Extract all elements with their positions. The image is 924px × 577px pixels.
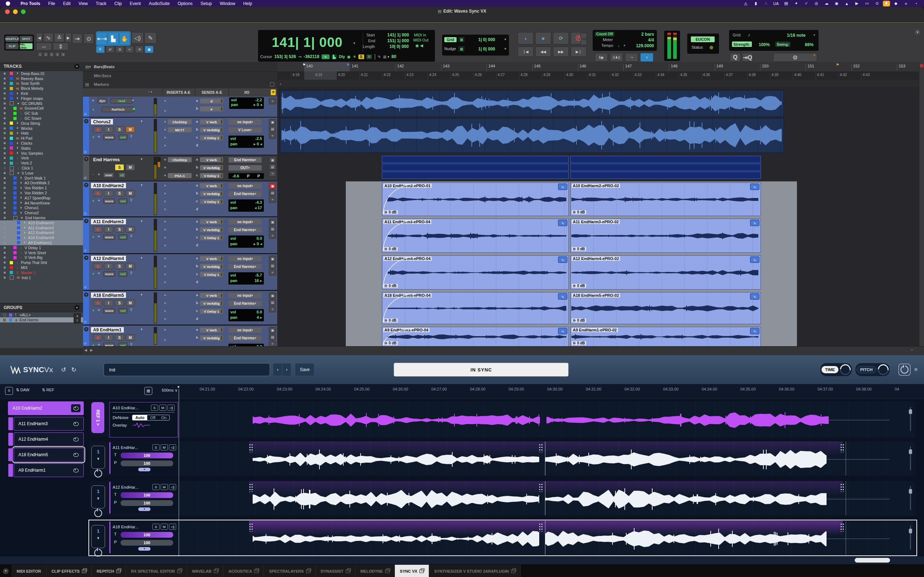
window-tab-acoustica[interactable]: ACOUSTICA (223, 565, 264, 577)
track-list-item[interactable]: ⏵Don't Walk 1 (0, 176, 83, 181)
segment-grip-handle[interactable] (839, 443, 845, 453)
input-selector-chip[interactable]: no input ▾ (228, 219, 262, 225)
playlist-chip[interactable]: red (118, 343, 128, 346)
elastic-audio-badge[interactable]: ∿ (750, 293, 759, 300)
time-machine-icon[interactable]: ✓ (802, 1, 811, 6)
insert-slot-dot[interactable] (164, 167, 166, 168)
track-list-item[interactable]: ⏵A18 EndHarm5 (0, 235, 83, 240)
scroll-left-icon[interactable]: ◀ (84, 348, 87, 352)
input-selector-chip[interactable]: no input ▾ (228, 119, 262, 125)
track-show-dot[interactable] (3, 272, 6, 274)
insert-slot-dot[interactable] (164, 208, 166, 210)
clock-icon[interactable]: ◔ (912, 2, 921, 6)
menu-item-clip[interactable]: Clip (110, 1, 126, 6)
settings-gear-icon[interactable]: ⚙ (773, 53, 817, 62)
view-selector-chip[interactable]: wave (103, 308, 115, 313)
track-list-item[interactable]: ⏵A3 DontWalk 2 (0, 181, 83, 186)
comments-icon[interactable]: ▤ (269, 263, 276, 269)
zoom-preset-5[interactable]: 5 (61, 52, 66, 57)
markers-ruler-label[interactable]: ▤Markers (83, 80, 277, 89)
elastic-audio-badge[interactable]: ∿ (558, 256, 567, 263)
timeline-ruler[interactable]: 1401411421431441451461471481491501511521… (277, 62, 919, 89)
plugin-window-icon[interactable]: ▣ (269, 119, 276, 125)
automation-mode-chip[interactable]: read (110, 98, 133, 103)
track-show-dot[interactable] (3, 177, 6, 179)
link-timeline-icon[interactable]: ⇱ (96, 46, 105, 53)
count-off-label[interactable]: Count Off (595, 32, 614, 36)
track-name[interactable]: Kick (21, 91, 28, 95)
track-name[interactable]: Clacks (21, 141, 32, 145)
send-chip[interactable]: V VerbBig (200, 335, 223, 340)
clip-a18-endharm5-epro-04[interactable]: A18 EndHarm5-ePRO-04∿⊪ 0 dB (382, 292, 569, 324)
track-list-item[interactable]: ⏵FInger snaps (0, 96, 83, 101)
track-name[interactable]: GrooveCell (24, 106, 44, 110)
track-name[interactable]: A11 EndHarm3 (28, 226, 54, 230)
clip-a9-endharm1-epro-02[interactable]: A9 EndHarm1-ePRO-02∿⊪ 0 dB (570, 327, 761, 346)
tracks-panel-menu-icon[interactable]: ▼ (74, 64, 79, 69)
zoom-preset-4[interactable]: 4 (55, 52, 60, 57)
window-layout-icon[interactable]: ▮ (751, 1, 760, 6)
window-tab-synthesizer-v-studio-2araplugin[interactable]: SYNTHESIZER V STUDIO 2ARAPLUGIN (429, 565, 521, 577)
track-fold-icon[interactable]: ▾ (84, 256, 89, 260)
volume-pan-box[interactable]: vol0.0pan▸ 0 ◂ (228, 344, 264, 346)
clip-gain-label[interactable]: ⊪ 0 dB (572, 284, 586, 288)
pitch-slider[interactable]: 100 (121, 461, 173, 466)
track-list-item[interactable]: ⏵A11 EndHarm3 (0, 226, 83, 230)
volume-pan-box[interactable]: vol0.0pan▸ 0 ◂ (228, 235, 264, 248)
volume-auto-box[interactable]: -0.6PP (228, 173, 264, 179)
nudge-dropdown-icon[interactable]: ▼ (504, 47, 507, 50)
send-chip[interactable]: V Verb (200, 119, 223, 124)
row-power-button[interactable] (94, 549, 102, 557)
track-show-dot[interactable] (3, 187, 6, 189)
output-selector-chip[interactable]: End Harrms ⌖ (228, 227, 262, 233)
send-chip[interactable]: V Verb (200, 219, 223, 224)
track-name[interactable]: A10 EndHarm2 (28, 221, 54, 225)
track-fold-icon[interactable]: ▾ (84, 219, 89, 223)
tab-to-transient-icon[interactable]: ⇥ (72, 34, 82, 44)
minsecs-ruler[interactable]: 4:184:194:204:214:224:234:244:254:264:27… (277, 71, 919, 80)
nudge-label[interactable]: Nudge (444, 47, 456, 51)
send-chip[interactable]: V VerbBig (200, 301, 223, 306)
insert-slot-dot[interactable] (164, 200, 166, 202)
markers-add-icon[interactable] (270, 82, 274, 87)
layered-edit-icon[interactable]: ▣ (145, 46, 153, 53)
track-name-chip[interactable]: A9 EndHarm1 (91, 327, 124, 332)
track-name[interactable]: Don't Walk 1 (24, 176, 46, 180)
meter-view-icon[interactable]: ◔ ▾ (147, 90, 152, 94)
track-show-dot[interactable] (3, 252, 6, 254)
view-selector-chip[interactable]: wave (103, 343, 115, 346)
grid-value[interactable]: 1| 0| 000 (478, 37, 495, 42)
track-settings-icon[interactable]: ⚙ (84, 320, 87, 324)
ref-tab[interactable]: REF 1 > (91, 402, 104, 433)
row-solo-button[interactable]: S (152, 484, 160, 490)
row-expand-icon[interactable]: ▼ (138, 508, 150, 511)
clip-a11-endharm3-epro-04[interactable]: A11 EndHarm3-ePRO-04∿⊪ 0 dB (382, 219, 569, 253)
plugin-grid-icon[interactable]: ▦ (144, 387, 152, 395)
playlist-chip[interactable]: red (118, 134, 128, 140)
segment-grip-handle[interactable] (538, 483, 544, 493)
track-name[interactable]: GC Sub (24, 111, 38, 115)
segment-grip-handle[interactable] (839, 483, 845, 493)
insert-chip[interactable]: PSA-1 (168, 173, 192, 178)
group-list-item[interactable]: aEnd Harms (0, 318, 83, 322)
clip-a18-endharm5-epro-02[interactable]: A18 EndHarm5-ePRO-02∿⊪ 0 dB (570, 292, 761, 324)
pitch-slider[interactable]: 100 (121, 500, 173, 506)
session-start-flag-icon[interactable]: ⚑ (302, 63, 306, 67)
switch-icon[interactable]: ≡ (901, 2, 910, 6)
send-chip[interactable]: V Delay 1 (200, 235, 223, 240)
solo-button[interactable]: S (115, 190, 124, 197)
zoom-resolution-dropdown[interactable]: 500ms ∨ (162, 388, 178, 393)
add-track-icon[interactable]: ＋ (269, 341, 276, 346)
mute-button[interactable]: M (126, 126, 135, 133)
row-mute-button[interactable]: M (161, 444, 168, 450)
track-show-dot[interactable] (3, 217, 6, 219)
comments-icon[interactable]: ▤ (269, 334, 276, 340)
edit-vscrollbar[interactable] (919, 62, 924, 353)
strength-value[interactable]: 100% (759, 42, 770, 47)
track-list-item[interactable]: ▾End Harrms (0, 215, 83, 220)
insert-slot-dot[interactable] (164, 159, 166, 161)
clip-gain-label[interactable]: ⊪ 0 dB (572, 210, 586, 214)
delay-compensation-label[interactable]: Dly (339, 55, 345, 59)
insert-slot-dot[interactable] (164, 221, 166, 222)
menu-item-edit[interactable]: Edit (59, 1, 75, 6)
